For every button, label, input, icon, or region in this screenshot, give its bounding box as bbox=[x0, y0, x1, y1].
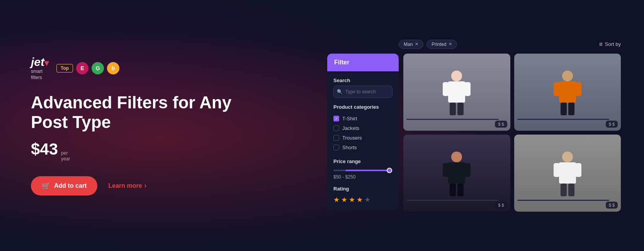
price-range-label: Price range bbox=[333, 158, 393, 164]
filter-body: Search 🔍 Product categories ✓ bbox=[327, 71, 399, 210]
svg-rect-3 bbox=[464, 82, 471, 96]
star-3[interactable]: ★ bbox=[349, 195, 355, 204]
page-wrapper: jet▾ smartfilters Top E G b Advanced Fil… bbox=[0, 0, 644, 251]
svg-rect-20 bbox=[554, 163, 560, 177]
tag-man-close[interactable]: ✕ bbox=[415, 42, 418, 47]
category-jackets[interactable]: Jackets bbox=[333, 123, 393, 133]
svg-rect-19 bbox=[559, 162, 576, 184]
svg-rect-8 bbox=[554, 82, 560, 96]
price-row: $43 per year bbox=[31, 140, 232, 162]
top-badge: Top bbox=[56, 64, 73, 72]
category-jackets-label: Jackets bbox=[342, 125, 359, 131]
filter-header: Filter bbox=[327, 54, 399, 71]
svg-rect-2 bbox=[443, 82, 449, 96]
checkbox-trousers[interactable] bbox=[333, 135, 339, 141]
price-value: $43 bbox=[31, 140, 58, 158]
category-trousers[interactable]: Trousers bbox=[333, 133, 393, 143]
add-to-cart-label: Add to cart bbox=[54, 182, 87, 189]
mockup-main: Filter Search 🔍 Product categories bbox=[327, 54, 621, 212]
logo-area: jet▾ smartfilters Top E G b bbox=[31, 56, 232, 81]
main-heading: Advanced Filters for Any Post Type bbox=[31, 93, 232, 132]
sort-by-button[interactable]: ≡ Sort by bbox=[599, 41, 621, 48]
svg-rect-21 bbox=[575, 163, 581, 177]
price-range-value: $50 - $250 bbox=[333, 174, 393, 180]
logo-badges: Top E G b bbox=[56, 62, 119, 74]
person-figure-1 bbox=[441, 69, 472, 115]
svg-rect-15 bbox=[464, 163, 471, 177]
tags-row: Man ✕ Printed ✕ ≡ Sort by bbox=[327, 40, 621, 49]
svg-rect-1 bbox=[448, 81, 465, 103]
svg-point-18 bbox=[562, 152, 573, 162]
jet-logo: jet▾ smartfilters bbox=[31, 56, 49, 81]
product-price-1: $ $ bbox=[495, 121, 507, 128]
svg-point-0 bbox=[451, 71, 462, 81]
checkbox-jackets[interactable] bbox=[333, 125, 339, 131]
rating-section: Rating ★ ★ ★ ★ ★ bbox=[333, 186, 393, 204]
product-bar-1 bbox=[406, 119, 499, 120]
search-label: Search bbox=[333, 77, 393, 83]
product-bar-2 bbox=[517, 119, 610, 120]
cart-icon: 🛒 bbox=[42, 182, 50, 190]
rating-label: Rating bbox=[333, 186, 393, 192]
chevron-right-icon: › bbox=[144, 182, 147, 190]
product-card-3[interactable]: $ $ bbox=[403, 135, 510, 212]
sort-icon: ≡ bbox=[599, 41, 602, 48]
checkbox-shorts[interactable] bbox=[333, 145, 339, 150]
checkmark-icon: ✓ bbox=[335, 116, 338, 121]
category-shorts-label: Shorts bbox=[342, 145, 357, 150]
product-bar-4 bbox=[517, 200, 610, 201]
svg-rect-10 bbox=[561, 103, 567, 115]
category-tshirt-label: T-Shirt bbox=[342, 116, 357, 121]
star-5[interactable]: ★ bbox=[364, 195, 370, 204]
tag-printed-label: Printed bbox=[432, 42, 446, 47]
product-bar-3 bbox=[406, 200, 499, 201]
tag-printed-close[interactable]: ✕ bbox=[449, 42, 452, 47]
svg-rect-4 bbox=[450, 103, 456, 115]
svg-rect-11 bbox=[568, 103, 574, 115]
svg-rect-17 bbox=[457, 184, 464, 196]
svg-rect-23 bbox=[568, 184, 574, 196]
product-grid: $ $ bbox=[403, 54, 621, 212]
svg-rect-22 bbox=[561, 184, 567, 196]
mockup-container: Man ✕ Printed ✕ ≡ Sort by Filter bbox=[327, 40, 621, 212]
svg-rect-16 bbox=[450, 184, 456, 196]
product-price-3: $ $ bbox=[495, 202, 507, 209]
product-card-1[interactable]: $ $ bbox=[403, 54, 510, 131]
categories-section: Product categories ✓ T-Shirt Jackets bbox=[333, 104, 393, 152]
person-figure-2 bbox=[552, 69, 583, 115]
svg-rect-5 bbox=[457, 103, 464, 115]
star-4[interactable]: ★ bbox=[357, 195, 363, 204]
category-shorts[interactable]: Shorts bbox=[333, 143, 393, 152]
logo-text: jet▾ smartfilters bbox=[31, 56, 49, 81]
search-wrap: 🔍 bbox=[333, 86, 393, 98]
svg-point-6 bbox=[562, 71, 573, 81]
product-card-2[interactable]: $ $ bbox=[514, 54, 621, 131]
price-slider-fill bbox=[345, 170, 390, 171]
learn-more-label: Learn more bbox=[108, 182, 142, 189]
right-section: Man ✕ Printed ✕ ≡ Sort by Filter bbox=[232, 0, 613, 251]
star-2[interactable]: ★ bbox=[341, 195, 347, 204]
tag-man-label: Man bbox=[404, 42, 413, 47]
tag-printed[interactable]: Printed ✕ bbox=[427, 40, 457, 49]
add-to-cart-button[interactable]: 🛒 Add to cart bbox=[31, 176, 97, 195]
tag-man[interactable]: Man ✕ bbox=[399, 40, 423, 49]
svg-rect-9 bbox=[575, 82, 581, 96]
checkbox-tshirt[interactable]: ✓ bbox=[333, 116, 339, 121]
product-card-4[interactable]: $ $ bbox=[514, 135, 621, 212]
stars-row: ★ ★ ★ ★ ★ bbox=[333, 195, 393, 204]
person-figure-3 bbox=[441, 150, 472, 196]
category-tshirt[interactable]: ✓ T-Shirt bbox=[333, 114, 393, 123]
elementor-badge: E bbox=[76, 62, 88, 74]
filter-panel: Filter Search 🔍 Product categories bbox=[327, 54, 399, 210]
svg-rect-14 bbox=[443, 163, 449, 177]
actions-row: 🛒 Add to cart Learn more › bbox=[31, 176, 232, 195]
beaver-badge: b bbox=[107, 62, 119, 74]
price-slider-thumb[interactable] bbox=[387, 168, 392, 173]
sort-label: Sort by bbox=[605, 41, 621, 47]
star-1[interactable]: ★ bbox=[333, 195, 340, 204]
left-section: jet▾ smartfilters Top E G b Advanced Fil… bbox=[31, 56, 232, 195]
price-slider-track bbox=[333, 170, 393, 171]
categories-label: Product categories bbox=[333, 104, 393, 110]
svg-point-12 bbox=[451, 152, 462, 162]
learn-more-link[interactable]: Learn more › bbox=[108, 182, 146, 190]
